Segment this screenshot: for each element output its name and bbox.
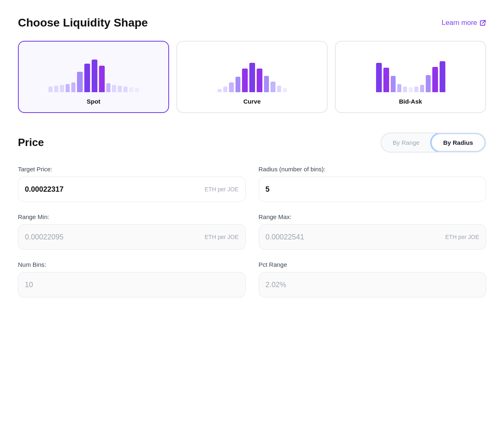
page-header: Choose Liquidity Shape Learn more xyxy=(18,16,486,29)
range-max-field: Range Max: 0.00022541 ETH per JOE xyxy=(259,213,486,250)
num-bins-input[interactable]: 10 xyxy=(18,272,246,297)
shape-card-curve[interactable]: Curve xyxy=(176,41,328,113)
target-price-input[interactable]: 0.00022317 ETH per JOE xyxy=(18,177,246,202)
learn-more-label: Learn more xyxy=(442,19,477,27)
pct-range-value: 2.02% xyxy=(266,281,480,289)
target-price-unit: ETH per JOE xyxy=(205,186,238,193)
range-max-label: Range Max: xyxy=(259,213,486,220)
range-min-input[interactable]: 0.00022095 ETH per JOE xyxy=(18,224,246,250)
range-min-label: Range Min: xyxy=(18,213,246,220)
curve-chart xyxy=(218,51,287,92)
radius-label: Radius (number of bins): xyxy=(259,166,486,173)
learn-more-link[interactable]: Learn more xyxy=(442,19,486,27)
bid-ask-label: Bid-Ask xyxy=(399,98,422,105)
num-bins-field: Num Bins: 10 xyxy=(18,261,246,297)
radius-field: Radius (number of bins): 5 xyxy=(259,166,486,202)
price-toggle-group: By Range By Radius xyxy=(381,133,486,153)
range-max-value: 0.00022541 xyxy=(266,233,442,241)
range-min-field: Range Min: 0.00022095 ETH per JOE xyxy=(18,213,246,250)
bid-ask-chart xyxy=(376,51,445,92)
range-max-input[interactable]: 0.00022541 ETH per JOE xyxy=(259,224,486,250)
shape-card-bid-ask[interactable]: Bid-Ask xyxy=(335,41,486,113)
range-min-value: 0.00022095 xyxy=(25,233,201,241)
range-min-unit: ETH per JOE xyxy=(205,234,238,240)
price-section-title: Price xyxy=(18,136,44,149)
range-max-unit: ETH per JOE xyxy=(445,234,479,240)
by-radius-button[interactable]: By Radius xyxy=(431,133,485,152)
external-link-icon xyxy=(480,20,486,26)
radius-input[interactable]: 5 xyxy=(259,177,486,202)
by-range-button[interactable]: By Range xyxy=(381,133,431,152)
shape-card-spot[interactable]: Spot xyxy=(18,41,169,113)
curve-label: Curve xyxy=(243,98,261,105)
pct-range-input[interactable]: 2.02% xyxy=(259,272,486,297)
num-bins-value: 10 xyxy=(25,281,239,289)
shape-cards: Spot Curve xyxy=(18,41,486,113)
target-price-label: Target Price: xyxy=(18,166,246,173)
pct-range-field: Pct Range 2.02% xyxy=(259,261,486,297)
num-bins-label: Num Bins: xyxy=(18,261,246,268)
radius-value: 5 xyxy=(266,185,270,194)
price-form: Target Price: 0.00022317 ETH per JOE Rad… xyxy=(18,166,486,297)
spot-chart xyxy=(48,51,139,92)
pct-range-label: Pct Range xyxy=(259,261,486,268)
spot-label: Spot xyxy=(87,98,100,105)
target-price-field: Target Price: 0.00022317 ETH per JOE xyxy=(18,166,246,202)
page-title: Choose Liquidity Shape xyxy=(18,16,148,29)
price-section-header: Price By Range By Radius xyxy=(18,133,486,153)
target-price-value: 0.00022317 xyxy=(25,185,201,194)
